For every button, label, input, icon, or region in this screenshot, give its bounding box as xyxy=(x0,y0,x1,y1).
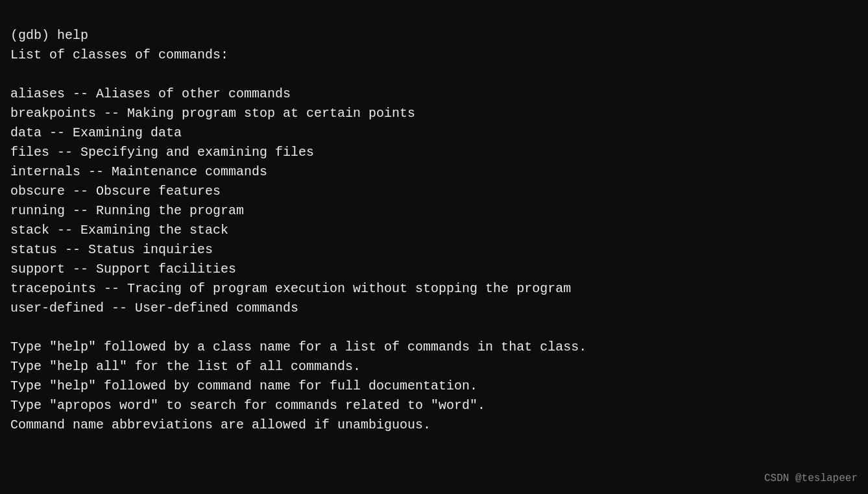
watermark: CSDN @teslapeer xyxy=(764,471,858,486)
terminal-output: (gdb) help List of classes of commands: … xyxy=(10,6,858,435)
